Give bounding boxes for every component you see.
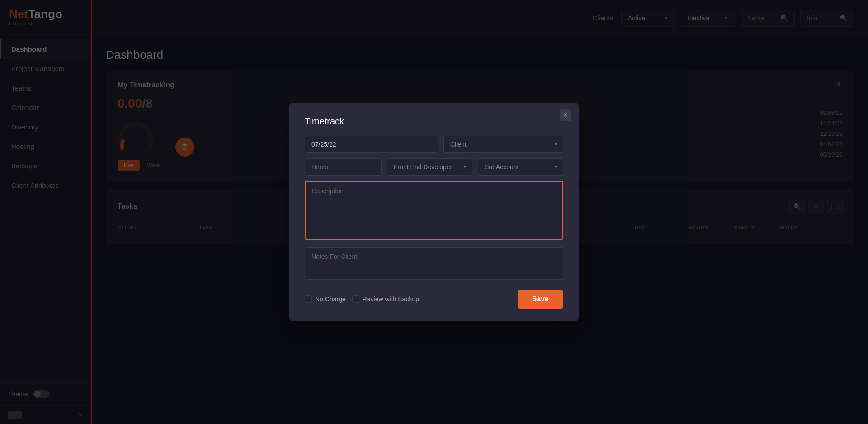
client-select-wrapper: Client	[443, 136, 563, 153]
review-backup-checkbox[interactable]	[352, 295, 359, 303]
notes-wrapper	[305, 247, 563, 288]
modal-title: Timetrack	[305, 116, 563, 127]
modal-close-button[interactable]: ✕	[560, 109, 571, 121]
modal-footer: No Charge Review with Backup Save	[305, 290, 563, 309]
notes-textarea[interactable]	[305, 247, 563, 280]
no-charge-checkbox[interactable]	[305, 295, 312, 303]
description-textarea[interactable]	[305, 181, 563, 240]
role-select-wrapper: Front End Developer	[387, 158, 472, 176]
subaccount-select[interactable]: SubAccount	[478, 158, 563, 176]
date-input[interactable]	[305, 136, 438, 153]
timetrack-modal: ✕ Timetrack Client Front End Developer S	[289, 103, 579, 321]
save-button[interactable]: Save	[518, 290, 563, 309]
modal-row-2: Front End Developer SubAccount	[305, 158, 563, 176]
no-charge-text: No Charge	[315, 295, 346, 303]
client-select[interactable]: Client	[443, 136, 563, 153]
review-backup-text: Review with Backup	[363, 295, 419, 303]
close-icon: ✕	[563, 111, 568, 119]
description-wrapper	[305, 181, 563, 242]
hours-input[interactable]	[305, 158, 382, 176]
modal-overlay[interactable]: ✕ Timetrack Client Front End Developer S	[0, 0, 868, 424]
modal-row-1: Client	[305, 136, 563, 153]
review-backup-label[interactable]: Review with Backup	[352, 295, 419, 303]
role-select[interactable]: Front End Developer	[387, 158, 472, 176]
subaccount-select-wrapper: SubAccount	[478, 158, 563, 176]
no-charge-label[interactable]: No Charge	[305, 295, 346, 303]
